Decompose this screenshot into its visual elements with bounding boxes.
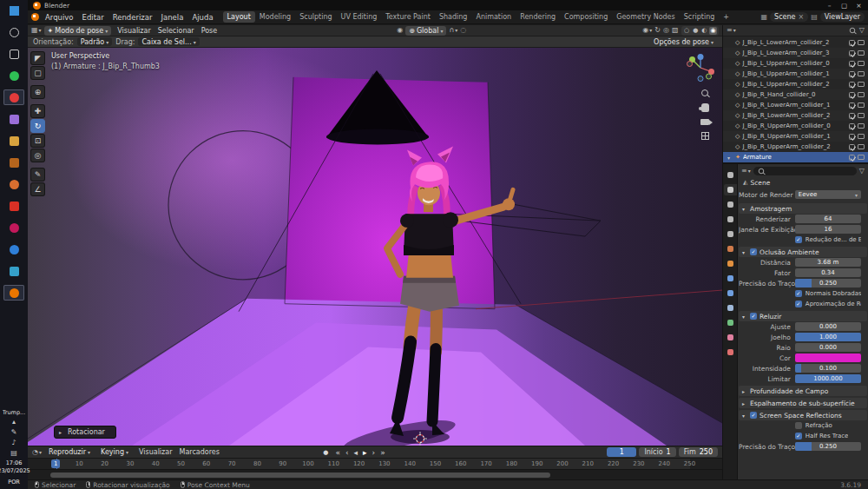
play-button[interactable]: ▸ <box>360 447 370 458</box>
workspace-tab-[interactable]: + <box>719 11 733 23</box>
workspace-tab-modeling[interactable]: Modeling <box>255 11 295 23</box>
scene-browse-icon[interactable]: ▦ <box>760 13 767 21</box>
measure-tool[interactable]: ∠ <box>30 182 45 196</box>
proportional-editing-icon[interactable]: ◌ <box>460 27 466 34</box>
outliner-item[interactable]: ◇J_Bip_R_Hand_collider_0 <box>723 89 868 100</box>
property-checkbox[interactable]: ✓ <box>795 290 802 297</box>
value-field[interactable]: 1.000 <box>795 333 861 341</box>
workspace-tab-texture-paint[interactable]: Texture Paint <box>381 11 435 23</box>
outliner-item[interactable]: ◇J_Bip_R_UpperArm_collider_1 <box>723 131 868 142</box>
outliner-item[interactable]: ◇J_Bip_R_LowerArm_collider_1 <box>723 100 868 110</box>
screen-recorder-icon[interactable] <box>3 89 24 105</box>
render-tab[interactable] <box>724 184 737 195</box>
move-tool[interactable]: ✚ <box>30 104 45 118</box>
checkbox-toggle-icon[interactable] <box>849 144 855 150</box>
frame-end-field[interactable]: Fim 250 <box>679 447 718 457</box>
workspace-tab-sculpting[interactable]: Sculpting <box>295 11 336 23</box>
timeline-menu-marcadores[interactable]: Marcadores <box>175 448 222 456</box>
section-header[interactable]: ▾✓Screen Space Reflections <box>739 410 867 420</box>
world-tab[interactable] <box>724 243 737 254</box>
section-checkbox[interactable]: ✓ <box>750 412 757 419</box>
workspace-tab-shading[interactable]: Shading <box>435 11 472 23</box>
viewport-display-toggle-icon[interactable] <box>858 50 865 56</box>
scrollbar-thumb[interactable] <box>50 472 550 478</box>
blender-app-icon[interactable] <box>31 13 39 21</box>
outliner-search-icon[interactable] <box>849 27 856 34</box>
network-icon[interactable]: ▤ <box>10 450 17 458</box>
value-field[interactable]: 0.250 <box>795 442 861 451</box>
checkbox-toggle-icon[interactable] <box>849 40 855 46</box>
properties-filter-icon[interactable]: ▽ <box>859 168 865 175</box>
value-field[interactable]: 0.250 <box>795 279 861 287</box>
orientation-dropdown[interactable]: Padrão ▾ <box>77 37 113 46</box>
object-tab[interactable] <box>724 258 737 269</box>
properties-editor-icon[interactable]: ≡▾ <box>741 168 751 175</box>
scene-unlink-icon[interactable]: × <box>798 13 804 21</box>
edge-icon[interactable] <box>3 241 24 257</box>
section-header[interactable]: ▾✓Oclusão Ambiente <box>739 247 867 257</box>
outliner-item[interactable]: ◇J_Bip_L_UpperArm_collider_1 <box>723 69 868 79</box>
property-checkbox[interactable] <box>795 422 802 429</box>
viewport-display-toggle-icon[interactable] <box>858 113 865 118</box>
viewport-menu-visualizar[interactable]: Visualizar <box>114 27 155 35</box>
viewport-display-toggle-icon[interactable] <box>858 82 865 87</box>
outliner-item[interactable]: ◇J_Bip_L_UpperArm_collider_0 <box>723 58 868 69</box>
checkbox-toggle-icon[interactable] <box>849 102 855 109</box>
value-field[interactable]: 0.100 <box>795 364 861 373</box>
viewport-menu-pose[interactable]: Pose <box>198 27 221 35</box>
current-frame-field[interactable]: 1 <box>607 447 636 457</box>
viewport-display-toggle-icon[interactable] <box>858 40 865 45</box>
checkbox-toggle-icon[interactable] <box>849 134 855 140</box>
checkbox-toggle-icon[interactable] <box>849 155 855 161</box>
section-header[interactable]: ▾Amostragem <box>739 203 867 214</box>
checkbox-toggle-icon[interactable] <box>849 50 855 56</box>
outliner-item-armature[interactable]: ▾✦Armature <box>723 152 868 162</box>
value-field[interactable]: 1000.000 <box>795 374 861 383</box>
jump-to-end-button[interactable]: » <box>378 447 388 458</box>
store-icon[interactable] <box>3 155 24 170</box>
view-layer-selector[interactable]: ViewLayer <box>820 12 865 22</box>
whatsapp-icon[interactable] <box>3 68 24 83</box>
volume-icon[interactable]: ♪ <box>11 439 16 447</box>
keying-dropdown[interactable]: Keying ▾ <box>97 447 132 457</box>
search-icon[interactable] <box>3 24 24 40</box>
pan-hand-icon[interactable] <box>701 103 709 112</box>
value-field[interactable]: 16 <box>795 225 861 234</box>
youtube-icon[interactable] <box>3 198 24 214</box>
pose-options-dropdown[interactable]: Opções de pose ▾ <box>650 37 717 47</box>
calendar-icon[interactable] <box>3 133 24 149</box>
outliner-item[interactable]: ◇J_Bip_L_LowerArm_collider_3 <box>723 48 868 58</box>
workspace-tab-uv-editing[interactable]: UV Editing <box>337 11 382 23</box>
menu-janela[interactable]: Janela <box>157 11 188 23</box>
section-header[interactable]: ▸Profundidade de Campo <box>739 386 867 396</box>
annotate-tool[interactable]: ✎ <box>30 168 45 182</box>
workspace-tab-scripting[interactable]: Scripting <box>680 11 720 23</box>
section-header[interactable]: ▸Espalhamento de sub-superfície <box>739 398 867 408</box>
scene-selector[interactable]: Scene × <box>770 12 808 22</box>
minimize-button[interactable]: – <box>822 0 837 10</box>
constraints-tab[interactable] <box>724 302 737 314</box>
menu-ajuda[interactable]: Ajuda <box>187 11 217 23</box>
mail-icon[interactable] <box>3 263 24 279</box>
next-keyframe-button[interactable]: › <box>370 447 378 458</box>
operator-panel[interactable]: ▸ Rotacionar <box>54 426 116 439</box>
viewport-menu-selecionar[interactable]: Selecionar <box>155 27 198 35</box>
value-field[interactable]: 0.000 <box>795 343 861 352</box>
photos-icon[interactable] <box>3 111 24 127</box>
ortho-grid-icon[interactable] <box>701 132 709 140</box>
section-header[interactable]: ▾✓Reluzir <box>739 311 867 321</box>
task-view-icon[interactable] <box>3 46 24 62</box>
tool-tab[interactable] <box>724 169 737 181</box>
rotate-tool[interactable]: ↻ <box>30 119 45 133</box>
section-checkbox[interactable]: ✓ <box>750 313 757 320</box>
outliner-filter-icon[interactable]: ▽ <box>859 27 865 34</box>
output-tab[interactable] <box>724 199 737 210</box>
outliner-editor-icon[interactable]: ≡▾ <box>727 27 736 34</box>
shading-material-icon[interactable]: ◐ <box>700 27 708 35</box>
property-checkbox[interactable]: ✓ <box>795 433 802 439</box>
mode-dropdown[interactable]: ✦ Modo de pose ▾ <box>44 26 112 36</box>
checkbox-toggle-icon[interactable] <box>849 123 855 129</box>
expand-icon[interactable]: ▾ <box>727 155 733 161</box>
zoom-icon[interactable] <box>701 89 708 96</box>
properties-search-input[interactable] <box>753 167 857 175</box>
